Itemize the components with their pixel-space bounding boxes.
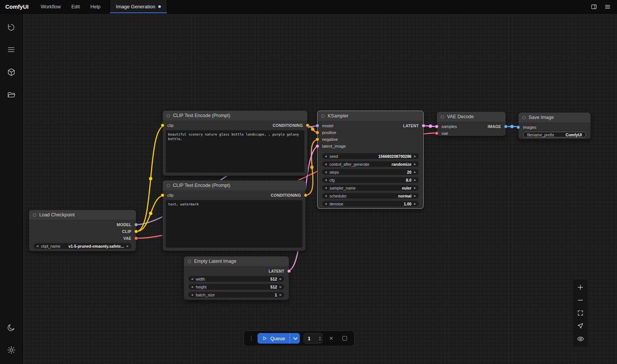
workflows-browser-button[interactable] <box>3 87 19 103</box>
step-up-icon[interactable]: ▴ <box>319 336 321 338</box>
input-slot-clip[interactable] <box>161 124 164 127</box>
input-slot-positive[interactable] <box>316 131 319 134</box>
collapse-dot-icon[interactable] <box>33 213 36 217</box>
output-slot-clip[interactable] <box>134 230 138 233</box>
decrement-arrow-icon[interactable]: ◀ <box>325 163 327 165</box>
queue-list-button[interactable] <box>3 42 19 57</box>
collapse-dot-icon[interactable] <box>522 116 526 119</box>
widget-denoise[interactable]: ◀ denoise 1.00 ▶ <box>322 201 419 207</box>
node-empty-latent-image[interactable]: Empty Latent Image LATENT ◀ width 512 ▶ … <box>184 256 289 300</box>
theme-toggle-button[interactable] <box>3 319 19 335</box>
node-graph-canvas[interactable]: CLIP Text Encode (Prompt) clip CONDITION… <box>23 14 617 364</box>
menu-edit[interactable]: Edit <box>66 0 85 13</box>
increment-arrow-icon[interactable]: ▶ <box>414 171 416 173</box>
collapse-dot-icon[interactable] <box>167 114 170 117</box>
input-slot-latent-image[interactable] <box>316 145 319 148</box>
node-save-image[interactable]: Save Image images filename_prefix ComfyU… <box>518 112 591 139</box>
widget-steps[interactable]: ◀ steps 20 ▶ <box>322 169 419 175</box>
node-header[interactable]: Empty Latent Image <box>184 256 289 266</box>
decrement-arrow-icon[interactable]: ◀ <box>325 179 327 181</box>
workflow-history-button[interactable] <box>3 19 19 35</box>
input-slot-vae[interactable] <box>435 132 438 135</box>
output-slot-latent[interactable] <box>287 270 291 273</box>
output-slot-conditioning[interactable] <box>306 124 309 127</box>
node-clip-text-encode-negative[interactable]: CLIP Text Encode (Prompt) clip CONDITION… <box>162 180 306 251</box>
toggle-panel-button[interactable] <box>588 2 600 12</box>
collapse-dot-icon[interactable] <box>441 115 444 119</box>
increment-arrow-icon[interactable]: ▶ <box>280 285 282 288</box>
output-slot-latent[interactable] <box>422 124 425 128</box>
decrement-arrow-icon[interactable]: ◀ <box>191 278 193 280</box>
input-slot-model[interactable] <box>316 124 319 128</box>
decrement-arrow-icon[interactable]: ◀ <box>36 245 38 247</box>
node-header[interactable]: Save Image <box>518 113 591 122</box>
increment-arrow-icon[interactable]: ▶ <box>414 155 416 157</box>
drag-handle-icon[interactable]: ⋮ <box>248 335 254 342</box>
increment-arrow-icon[interactable]: ▶ <box>280 278 282 280</box>
decrement-arrow-icon[interactable]: ◀ <box>325 202 327 205</box>
fit-view-button[interactable] <box>574 307 587 319</box>
stop-button[interactable] <box>340 333 350 343</box>
collapse-dot-icon[interactable] <box>188 260 191 263</box>
input-slot-clip[interactable] <box>161 194 164 197</box>
widget-control-after-generate[interactable]: ◀ control_after_generate randomize ▶ <box>322 161 419 167</box>
decrement-arrow-icon[interactable]: ◀ <box>325 187 327 189</box>
node-load-checkpoint[interactable]: Load Checkpoint MODEL CLIP VAE ◀ ckpt_na… <box>29 210 136 251</box>
node-header[interactable]: CLIP Text Encode (Prompt) <box>163 111 307 120</box>
tab-image-generation[interactable]: Image Generation <box>110 0 167 13</box>
menu-workflow[interactable]: Workflow <box>35 0 66 13</box>
positive-prompt-textarea[interactable]: beautiful scenery nature glass bottle la… <box>166 130 304 173</box>
link-midpoint-dot[interactable] <box>149 177 153 180</box>
queue-options-button[interactable] <box>290 333 300 344</box>
batch-count-stepper[interactable]: 1 ▴ ▾ <box>304 333 322 344</box>
node-vae-decode[interactable]: VAE Decode samples IMAGE vae <box>437 111 506 136</box>
main-menu-button[interactable] <box>602 2 613 12</box>
settings-button[interactable] <box>3 342 19 358</box>
select-mode-button[interactable] <box>574 319 587 332</box>
node-header[interactable]: Load Checkpoint <box>29 210 136 220</box>
input-slot-images[interactable] <box>517 126 520 129</box>
node-header[interactable]: KSampler <box>318 111 423 121</box>
increment-arrow-icon[interactable]: ▶ <box>414 187 416 189</box>
increment-arrow-icon[interactable]: ▶ <box>414 202 416 205</box>
queue-run-button[interactable]: Queue <box>258 333 290 344</box>
collapse-dot-icon[interactable] <box>167 184 170 187</box>
decrement-arrow-icon[interactable]: ◀ <box>191 293 193 296</box>
model-library-button[interactable] <box>3 64 19 80</box>
node-clip-text-encode-positive[interactable]: CLIP Text Encode (Prompt) clip CONDITION… <box>162 110 308 176</box>
link-midpoint-dot[interactable] <box>310 166 314 169</box>
zoom-in-button[interactable] <box>574 281 587 294</box>
increment-arrow-icon[interactable]: ▶ <box>127 245 129 247</box>
node-header[interactable]: VAE Decode <box>437 112 506 122</box>
link-midpoint-dot[interactable] <box>149 212 153 215</box>
link-midpoint-dot[interactable] <box>429 125 432 128</box>
menu-help[interactable]: Help <box>85 0 106 13</box>
decrement-arrow-icon[interactable]: ◀ <box>191 285 193 288</box>
toggle-visibility-button[interactable] <box>574 332 587 345</box>
link-midpoint-dot[interactable] <box>511 125 514 128</box>
increment-arrow-icon[interactable]: ▶ <box>414 194 416 197</box>
widget-width[interactable]: ◀ width 512 ▶ <box>188 276 284 282</box>
clear-queue-button[interactable]: ✕ <box>326 333 336 343</box>
widget-height[interactable]: ◀ height 512 ▶ <box>188 284 284 290</box>
widget-ckpt-name[interactable]: ◀ ckpt_name v1-5-pruned-emaonly.safete..… <box>34 243 131 249</box>
collapse-dot-icon[interactable] <box>321 114 325 118</box>
increment-arrow-icon[interactable]: ▶ <box>414 179 416 181</box>
widget-filename-prefix[interactable]: filename_prefix ComfyUI <box>523 132 586 137</box>
link-midpoint-dot[interactable] <box>311 128 315 131</box>
node-header[interactable]: CLIP Text Encode (Prompt) <box>163 180 305 190</box>
negative-prompt-textarea[interactable]: text, watermark <box>166 200 302 248</box>
widget-seed[interactable]: ◀ seed 156680208700286 ▶ <box>322 153 419 159</box>
output-slot-conditioning[interactable] <box>304 194 307 197</box>
increment-arrow-icon[interactable]: ▶ <box>280 293 282 296</box>
widget-scheduler[interactable]: ◀ scheduler normal ▶ <box>322 193 419 199</box>
input-slot-samples[interactable] <box>435 125 438 128</box>
zoom-out-button[interactable] <box>574 294 587 307</box>
decrement-arrow-icon[interactable]: ◀ <box>325 171 327 173</box>
output-slot-model[interactable] <box>134 223 138 227</box>
decrement-arrow-icon[interactable]: ◀ <box>325 155 327 157</box>
input-slot-negative[interactable] <box>316 138 319 141</box>
output-slot-image[interactable] <box>504 125 507 128</box>
decrement-arrow-icon[interactable]: ◀ <box>325 194 327 197</box>
widget-cfg[interactable]: ◀ cfg 8.0 ▶ <box>322 177 419 183</box>
